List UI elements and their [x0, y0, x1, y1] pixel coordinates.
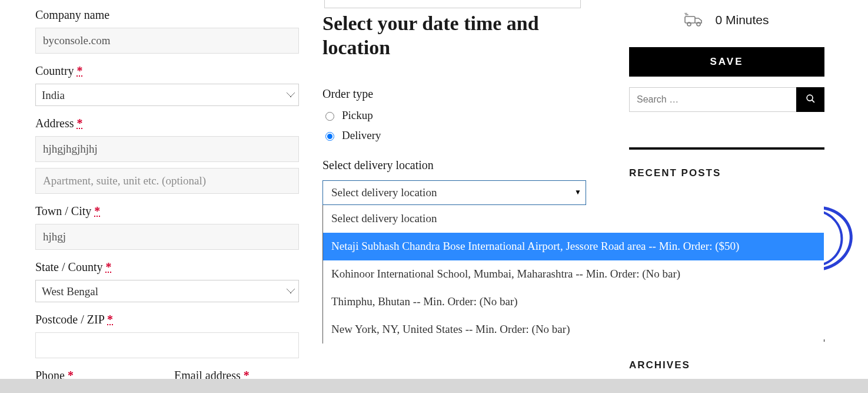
field-address-2[interactable] [35, 168, 299, 194]
radio-pickup[interactable]: Pickup [322, 109, 593, 122]
field-city[interactable] [35, 224, 299, 250]
cut-off-textarea[interactable] [324, 0, 581, 8]
option-netaji-airport[interactable]: Netaji Subhash Chandra Bose Internationa… [323, 233, 824, 260]
label-company: Company name [35, 8, 299, 22]
chevron-down-icon: ▼ [570, 181, 586, 204]
search-input[interactable] [629, 87, 796, 112]
heading-recent-posts: RECENT POSTS [629, 167, 824, 179]
save-button[interactable]: SAVE [629, 47, 824, 77]
bottom-bar [0, 379, 868, 393]
delivery-location-options: Select delivery location Netaji Subhash … [322, 205, 824, 344]
option-placeholder[interactable]: Select delivery location [323, 205, 824, 233]
label-address: Address * [35, 117, 299, 130]
radio-delivery[interactable]: Delivery [322, 129, 593, 142]
field-postcode[interactable] [35, 332, 299, 358]
eta-text: 0 Minutes [715, 13, 769, 27]
label-state: State / County * [35, 260, 299, 274]
label-delivery-location: Select delivery location [322, 158, 593, 172]
svg-point-3 [807, 95, 813, 101]
search-icon [806, 93, 816, 107]
radio-pickup-label: Pickup [342, 109, 373, 122]
option-kohinoor-school[interactable]: Kohinoor International School, Mumbai, M… [323, 260, 824, 288]
page-title: Select your date time and location [322, 12, 593, 60]
label-city: Town / City * [35, 204, 299, 218]
separator [629, 147, 824, 150]
search-button[interactable] [796, 87, 824, 112]
label-country: Country * [35, 64, 299, 78]
label-order-type: Order type [322, 87, 593, 101]
option-thimphu[interactable]: Thimphu, Bhutan -- Min. Order: (No bar) [323, 288, 824, 316]
field-state[interactable]: West Bengal [35, 280, 299, 302]
radio-delivery-label: Delivery [342, 129, 381, 142]
label-postcode: Postcode / ZIP * [35, 313, 299, 326]
delivery-location-value: Select delivery location [331, 186, 437, 199]
svg-rect-0 [685, 16, 695, 23]
delivery-truck-icon [684, 13, 703, 27]
heading-archives: ARCHIVES [629, 359, 824, 371]
delivery-location-select[interactable]: Select delivery location ▼ [322, 180, 586, 205]
option-new-york[interactable]: New York, NY, United States -- Min. Orde… [323, 316, 824, 344]
field-company[interactable] [35, 28, 299, 54]
field-address-1[interactable] [35, 136, 299, 162]
field-country[interactable]: India [35, 84, 299, 106]
